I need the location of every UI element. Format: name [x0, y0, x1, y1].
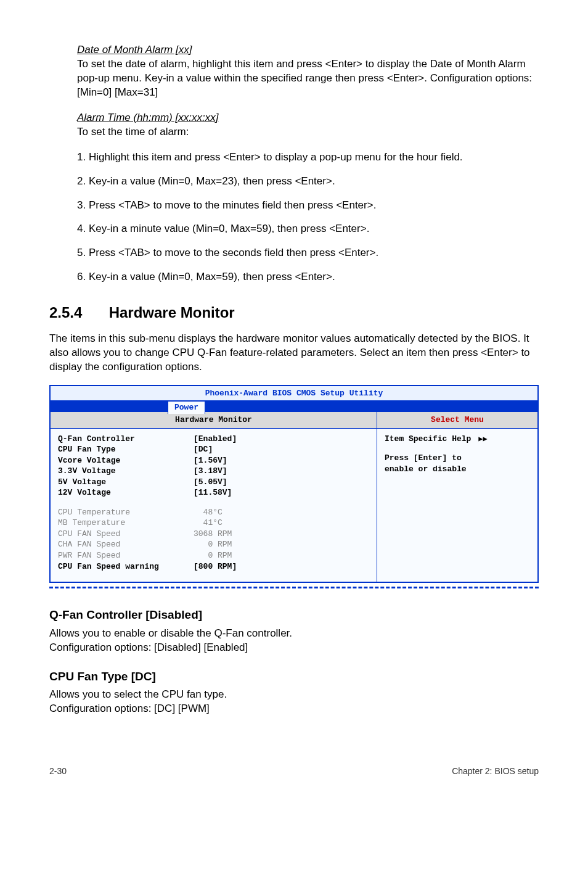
bios-label: 5V Voltage	[58, 477, 194, 488]
section-heading: 2.5.4 Hardware Monitor	[49, 303, 539, 323]
bios-row[interactable]: Vcore Voltage[1.56V]	[58, 455, 369, 466]
bios-label: PWR FAN Speed	[58, 550, 194, 561]
bios-label: Q-Fan Controller	[58, 434, 194, 445]
section-title: Hardware Monitor	[109, 304, 235, 321]
alarm-time-para: To set the time of alarm:	[77, 125, 539, 139]
bios-title: Phoenix-Award BIOS CMOS Setup Utility	[51, 386, 537, 401]
footer-page-number: 2-30	[49, 765, 67, 777]
step-item: 5. Press <TAB> to move to the seconds fi…	[77, 246, 539, 260]
bios-label: CHA FAN Speed	[58, 539, 194, 550]
bios-help-text: enable or disable	[385, 464, 530, 475]
bios-row: PWR FAN Speed 0 RPM	[58, 550, 369, 561]
bios-value: 48°C	[194, 507, 369, 518]
bios-value: [Enabled]	[194, 434, 369, 445]
bios-value: 0 RPM	[194, 539, 369, 550]
bios-label: CPU Temperature	[58, 507, 194, 518]
bios-label: MB Temperature	[58, 518, 194, 529]
step-item: 3. Press <TAB> to move to the minutes fi…	[77, 199, 539, 213]
bios-value: [3.18V]	[194, 466, 369, 477]
bios-label: CPU Fan Type	[58, 444, 194, 455]
double-arrow-icon: ▶▶	[478, 435, 487, 444]
bios-value: [5.05V]	[194, 477, 369, 488]
dashed-divider	[49, 587, 539, 588]
bios-panel-title: Hardware Monitor	[51, 412, 377, 428]
bios-label: 12V Voltage	[58, 487, 194, 498]
bios-label: 3.3V Voltage	[58, 466, 194, 477]
cpufan-heading: CPU Fan Type [DC]	[49, 669, 539, 685]
bios-row: CPU Temperature 48°C	[58, 507, 369, 518]
bios-row: CPU FAN Speed3068 RPM	[58, 529, 369, 540]
step-item: 2. Key-in a value (Min=0, Max=23), then …	[77, 175, 539, 189]
bios-tab-power[interactable]: Power	[168, 401, 205, 414]
cpufan-para: Allows you to select the CPU fan type. C…	[49, 688, 539, 716]
bios-value: [DC]	[194, 444, 369, 455]
bios-help-item: Item Specific Help	[385, 434, 471, 444]
bios-row[interactable]: 12V Voltage[11.58V]	[58, 487, 369, 498]
bios-row[interactable]: Q-Fan Controller[Enabled]	[58, 434, 369, 445]
bios-tab-row: Power	[51, 401, 537, 412]
footer-chapter: Chapter 2: BIOS setup	[452, 765, 539, 777]
qfan-heading: Q-Fan Controller [Disabled]	[49, 607, 539, 623]
steps-list: 1. Highlight this item and press <Enter>…	[77, 151, 539, 285]
step-item: 6. Key-in a value (Min=0, Max=59), then …	[77, 270, 539, 284]
date-alarm-heading: Date of Month Alarm [xx]	[77, 43, 539, 57]
bios-left-pane: Q-Fan Controller[Enabled] CPU Fan Type[D…	[51, 429, 377, 582]
bios-row[interactable]: CPU Fan Type[DC]	[58, 444, 369, 455]
bios-value: [1.56V]	[194, 455, 369, 466]
section-number: 2.5.4	[49, 303, 105, 323]
qfan-para: Allows you to enable or disable the Q-Fa…	[49, 627, 539, 655]
bios-value: [800 RPM]	[194, 561, 369, 572]
step-item: 4. Key-in a minute value (Min=0, Max=59)…	[77, 222, 539, 236]
bios-row[interactable]: 3.3V Voltage[3.18V]	[58, 466, 369, 477]
bios-label: CPU Fan Speed warning	[58, 561, 194, 572]
bios-row[interactable]: CPU Fan Speed warning[800 RPM]	[58, 561, 369, 572]
bios-label: Vcore Voltage	[58, 455, 194, 466]
bios-help-text: Press [Enter] to	[385, 453, 530, 464]
bios-right-pane: Item Specific Help ▶▶ Press [Enter] to e…	[377, 429, 537, 582]
bios-help-title: Select Menu	[377, 412, 537, 428]
bios-row: CHA FAN Speed 0 RPM	[58, 539, 369, 550]
bios-label: CPU FAN Speed	[58, 529, 194, 540]
step-item: 1. Highlight this item and press <Enter>…	[77, 151, 539, 165]
bios-value: [11.58V]	[194, 487, 369, 498]
bios-value: 3068 RPM	[194, 529, 369, 540]
alarm-time-heading: Alarm Time (hh:mm) [xx:xx:xx]	[77, 111, 539, 125]
date-alarm-para: To set the date of alarm, highlight this…	[77, 57, 539, 100]
bios-row[interactable]: 5V Voltage[5.05V]	[58, 477, 369, 488]
bios-panel: Phoenix-Award BIOS CMOS Setup Utility Po…	[49, 385, 539, 583]
bios-row: MB Temperature 41°C	[58, 518, 369, 529]
section-intro: The items in this sub-menu displays the …	[49, 332, 539, 374]
bios-value: 0 RPM	[194, 550, 369, 561]
page-footer: 2-30 Chapter 2: BIOS setup	[49, 765, 539, 777]
bios-value: 41°C	[194, 518, 369, 529]
